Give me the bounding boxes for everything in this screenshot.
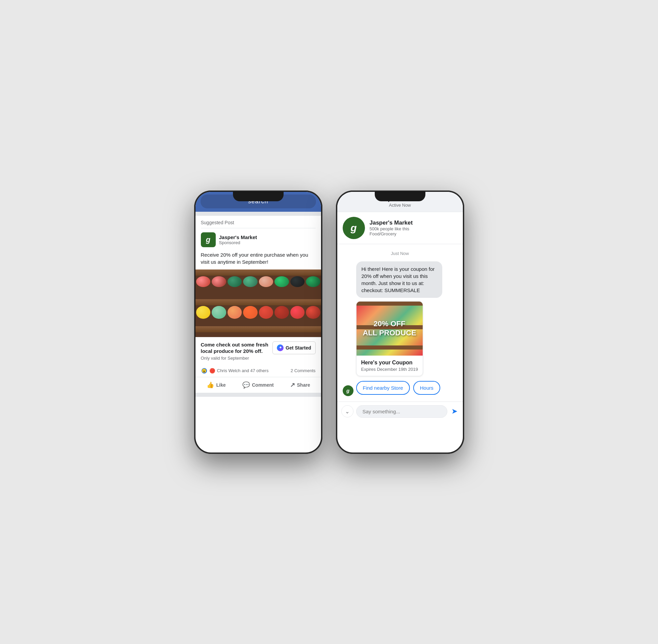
post-header: g Jasper's Market Sponsored [195, 228, 321, 251]
coupon-overlay-line2: ALL PRODUCE [362, 328, 416, 337]
shelf-board-3 [195, 326, 321, 332]
coupon-title: Here's your Coupon [361, 360, 418, 366]
comment-label: Comment [252, 382, 274, 388]
like-icon: 👍 [207, 381, 214, 389]
fruit-red-6 [306, 306, 321, 319]
messenger-active-status: Active Now [343, 203, 457, 208]
messenger-input-area: ⌄ ➤ [337, 401, 463, 421]
message-input[interactable] [356, 405, 447, 418]
get-started-label: Get Started [286, 345, 311, 350]
sender-logo-letter: g [346, 388, 349, 393]
facebook-post-card: Suggested Post g Jasper's Market Sponsor… [195, 216, 321, 393]
like-label: Like [216, 382, 226, 388]
bottom-spacer [195, 393, 321, 397]
post-brand-name: Jasper's Market [219, 234, 316, 240]
phone-messenger: Jasper's Market Active Now g Jasper's Ma… [336, 190, 464, 454]
post-body-text: Receive 20% off your entire purchase whe… [195, 251, 321, 270]
fruits-row-1 [195, 276, 321, 298]
chat-messages-area[interactable]: Just Now g Hi there! Here is your coupon… [337, 244, 463, 401]
page-type: Food/Grocery [370, 231, 413, 236]
expand-button[interactable]: ⌄ [341, 405, 353, 417]
cta-subtitle: Only valid for September [201, 355, 269, 361]
fruit-red-2 [212, 276, 226, 287]
reactions-count: Chris Welch and 47 others [217, 368, 269, 373]
fruit-orange-1 [228, 306, 242, 319]
page-likes: 500k people like this [370, 226, 413, 231]
reaction-emojis: 😮 ❤️ Chris Welch and 47 others [201, 367, 269, 374]
chat-action-buttons: Find nearby Store Hours [356, 380, 457, 396]
message-bubble: Hi there! Here is your coupon for 20% of… [356, 261, 442, 298]
fruit-dark-2 [290, 276, 305, 287]
notch [233, 192, 284, 201]
fruit-red-3 [259, 306, 274, 319]
find-store-button[interactable]: Find nearby Store [356, 381, 410, 395]
feed-spacer [195, 212, 321, 216]
fruit-lightgreen-1 [212, 306, 226, 319]
hours-button[interactable]: Hours [413, 381, 440, 395]
fruit-red-4 [275, 306, 289, 319]
coupon-expiry: Expires December 19th 2019 [361, 367, 418, 372]
post-produce-image [195, 270, 321, 337]
notch-2 [375, 192, 425, 201]
facebook-feed[interactable]: Suggested Post g Jasper's Market Sponsor… [195, 212, 321, 397]
messenger-icon: ✦ [277, 344, 284, 351]
fruits-row-2 [195, 305, 321, 327]
coupon-overlay-line1: 20% OFF [362, 320, 416, 328]
get-started-button[interactable]: ✦ Get Started [273, 341, 315, 354]
shelf-board-1 [195, 270, 321, 276]
comment-icon: 💬 [242, 381, 250, 389]
fruit-orange-2 [243, 306, 258, 319]
coupon-details: Here's your Coupon Expires December 19th… [356, 355, 423, 376]
messenger-screen: Jasper's Market Active Now g Jasper's Ma… [337, 192, 463, 421]
phone-messenger-inner: Jasper's Market Active Now g Jasper's Ma… [337, 192, 463, 453]
message-row: g Hi there! Here is your coupon for 20% … [343, 261, 457, 396]
phones-container: search Suggested Post g Jasper's Mar [194, 190, 464, 454]
shelf-board-2 [195, 299, 321, 305]
coupon-image: 20% OFF ALL PRODUCE [356, 302, 423, 355]
like-emoji: 😮 [201, 367, 208, 374]
chevron-down-icon: ⌄ [345, 408, 349, 415]
fruit-peach-1 [259, 276, 274, 287]
phone-facebook: search Suggested Post g Jasper's Mar [194, 190, 323, 454]
share-icon: ↗ [290, 381, 295, 389]
post-cta-section: Come check out some fresh local produce … [195, 337, 321, 365]
facebook-screen: search Suggested Post g Jasper's Mar [195, 192, 321, 397]
page-avatar-large: g [343, 217, 365, 239]
cta-title: Come check out some fresh local produce … [201, 341, 269, 354]
fruit-red-1 [196, 276, 211, 287]
fruit-green-2 [275, 276, 289, 287]
sender-avatar-small: g [343, 385, 353, 396]
coupon-shelf-3 [356, 345, 423, 349]
send-button[interactable]: ➤ [450, 406, 459, 417]
like-button[interactable]: 👍 Like [195, 378, 237, 391]
post-brand-avatar: g [201, 232, 216, 247]
post-sponsored-label: Sponsored [219, 240, 316, 245]
fruit-yellow-1 [196, 306, 211, 319]
fruit-green-3 [306, 276, 321, 287]
fruit-dark-1 [228, 276, 242, 287]
love-emoji: ❤️ [209, 367, 216, 374]
phone-facebook-inner: search Suggested Post g Jasper's Mar [195, 192, 321, 453]
brand-logo-letter: g [206, 235, 210, 244]
share-button[interactable]: ↗ Share [279, 378, 321, 391]
message-timestamp: Just Now [343, 251, 457, 256]
share-label: Share [297, 382, 310, 388]
post-actions-bar: 👍 Like 💬 Comment ↗ Share [195, 377, 321, 393]
comment-button[interactable]: 💬 Comment [237, 378, 279, 391]
page-info-bar: g Jasper's Market 500k people like this … [337, 212, 463, 244]
page-logo-letter: g [350, 222, 356, 234]
coupon-overlay-text: 20% OFF ALL PRODUCE [362, 320, 416, 337]
page-name: Jasper's Market [370, 220, 413, 226]
cta-text-block: Come check out some fresh local produce … [201, 341, 269, 361]
comments-count: 2 Comments [291, 368, 316, 373]
fruit-green-1 [243, 276, 258, 287]
coupon-card[interactable]: 20% OFF ALL PRODUCE Here's your Coupon E… [356, 301, 423, 376]
suggested-label: Suggested Post [195, 216, 321, 228]
post-reactions-row: 😮 ❤️ Chris Welch and 47 others 2 Comment… [195, 365, 321, 377]
fruit-red-5 [290, 306, 305, 319]
post-info: Jasper's Market Sponsored [219, 234, 316, 245]
coupon-shelf-1 [356, 302, 423, 306]
page-details: Jasper's Market 500k people like this Fo… [370, 220, 413, 236]
